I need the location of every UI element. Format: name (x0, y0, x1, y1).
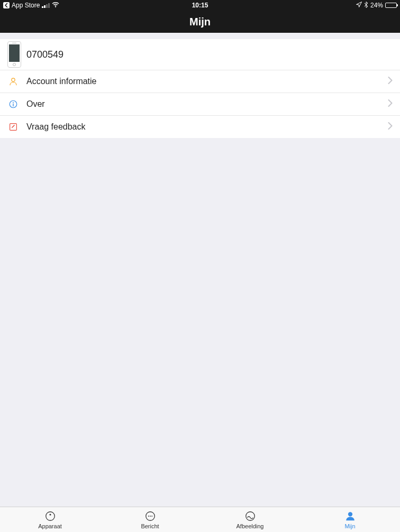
bluetooth-icon (364, 2, 368, 10)
device-phone-icon (7, 41, 21, 68)
menu-item-label: Account informatie (26, 77, 388, 86)
edit-icon (7, 122, 19, 132)
menu-item-label: Over (26, 99, 388, 109)
chevron-right-icon (388, 99, 393, 109)
svg-point-1 (55, 6, 56, 7)
chevron-right-icon (388, 77, 393, 86)
svg-point-10 (150, 516, 151, 517)
tab-image[interactable]: Afbeelding (200, 507, 300, 532)
location-icon (356, 2, 362, 9)
wifi-icon (52, 2, 59, 9)
svg-point-11 (151, 516, 152, 517)
profile-row[interactable]: 0700549 (0, 39, 400, 70)
tab-message[interactable]: Bericht (100, 507, 200, 532)
tab-device[interactable]: Apparaat (0, 507, 100, 532)
svg-point-2 (12, 78, 15, 81)
menu-item-account[interactable]: Account informatie (0, 70, 400, 93)
nav-bar: Mijn (0, 11, 400, 33)
page-title: Mijn (189, 16, 211, 28)
image-tab-icon (244, 510, 256, 522)
svg-point-9 (148, 516, 149, 517)
spacer (0, 33, 400, 39)
tab-label: Apparaat (38, 523, 62, 529)
back-to-app-icon[interactable] (3, 2, 10, 8)
profile-id: 0700549 (26, 49, 393, 60)
message-tab-icon (144, 510, 156, 522)
cellular-signal-icon (42, 3, 50, 8)
user-icon (7, 77, 19, 86)
info-icon (7, 99, 19, 109)
content-area: 0700549 Account informatie Over Vraag fe… (0, 33, 400, 507)
status-time: 10:15 (192, 2, 208, 9)
svg-rect-0 (3, 2, 10, 8)
status-bar: App Store 10:15 24% (0, 0, 400, 11)
back-to-app-label[interactable]: App Store (12, 2, 40, 9)
menu-item-feedback[interactable]: Vraag feedback (0, 115, 400, 138)
svg-point-12 (246, 511, 254, 520)
mine-tab-icon (344, 510, 356, 522)
chevron-right-icon (388, 122, 393, 132)
tab-label: Afbeelding (237, 523, 264, 529)
tab-mine[interactable]: Mijn (300, 507, 400, 532)
svg-point-13 (348, 512, 352, 516)
tab-label: Mijn (344, 523, 355, 529)
tab-bar: Apparaat Bericht Afbeelding Mijn (0, 507, 400, 532)
tab-label: Bericht (141, 523, 159, 529)
svg-point-7 (49, 513, 51, 515)
menu-item-about[interactable]: Over (0, 93, 400, 115)
device-tab-icon (44, 510, 56, 522)
battery-icon (385, 3, 397, 8)
battery-pct-label: 24% (370, 2, 383, 9)
svg-point-6 (46, 511, 54, 520)
menu-item-label: Vraag feedback (26, 122, 388, 132)
svg-point-4 (13, 102, 14, 103)
